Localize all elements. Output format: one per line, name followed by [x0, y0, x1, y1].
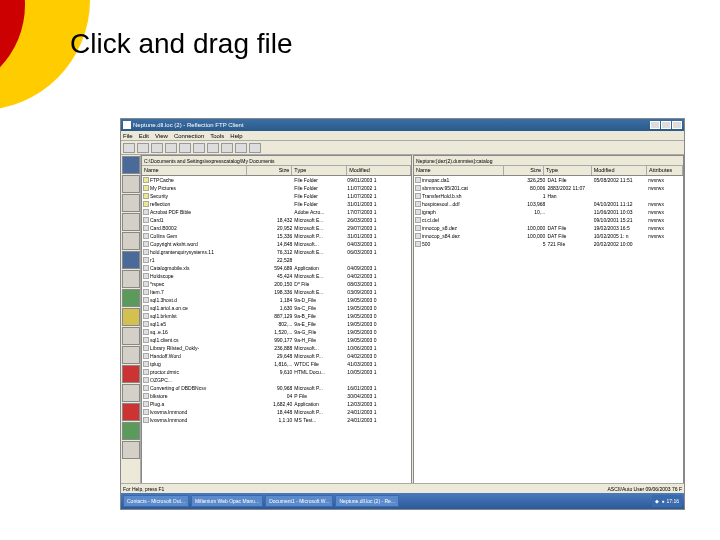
file-row[interactable]: Acrobat PDF BibleAdobe Acro...17/07/2003…: [142, 208, 411, 216]
task-contacts[interactable]: Contacts - Microsoft Out...: [123, 495, 189, 507]
toolbar-transfer-button[interactable]: [179, 143, 191, 153]
file-row[interactable]: 5005721 File20/02/2002 10:00: [414, 240, 683, 248]
file-row[interactable]: reflectionFile Folder31/01/2003 1: [142, 200, 411, 208]
side-icon-15[interactable]: [122, 422, 140, 440]
toolbar-help-button[interactable]: [249, 143, 261, 153]
col-size[interactable]: Size: [504, 166, 544, 175]
file-row[interactable]: *rspec200,150D* File08/03/2003 1: [142, 280, 411, 288]
col-name[interactable]: Name: [142, 166, 247, 175]
file-icon: [143, 369, 149, 375]
tray-icon[interactable]: ◆: [655, 498, 659, 504]
system-tray[interactable]: ◆ ● 17:16: [652, 495, 682, 507]
toolbar-disconnect-button[interactable]: [137, 143, 149, 153]
file-row[interactable]: sql1.e5802,...9a-E_File19/05/2003 0: [142, 320, 411, 328]
file-row[interactable]: Handoff.Word29,648Microsoft P...04/02/20…: [142, 352, 411, 360]
remote-pathbar[interactable]: Neptune:[dez(2).dummies]:catalog: [414, 156, 683, 166]
file-row[interactable]: lvxwma.lnnmond1,1:10MS Test...24/01/2003…: [142, 416, 411, 424]
file-row[interactable]: Item.7198,336Microsoft E...03/09/2003 1: [142, 288, 411, 296]
file-row[interactable]: blkstore04P File30/04/2003 1: [142, 392, 411, 400]
side-icon-9[interactable]: [122, 308, 140, 326]
file-row[interactable]: hospicesoul...ddf103,96804/10/2001 11:12…: [414, 200, 683, 208]
file-row[interactable]: sql1.3host.d1,1849a-D_File19/05/2003 0: [142, 296, 411, 304]
toolbar-connect-button[interactable]: [123, 143, 135, 153]
file-row[interactable]: innopac.da1326,250DA1 File05/08/2002 11:…: [414, 176, 683, 184]
menu-connection[interactable]: Connection: [174, 133, 204, 139]
file-row[interactable]: TransferHold.b.sh1Han: [414, 192, 683, 200]
col-modified[interactable]: Modified: [347, 166, 411, 175]
side-icon-16[interactable]: [122, 441, 140, 459]
menu-view[interactable]: View: [155, 133, 168, 139]
file-row[interactable]: sbmnnow.95/201.cat80,0062883/2002 11:07r…: [414, 184, 683, 192]
file-row[interactable]: Library Rilsted_Ookly-236,888Microsoft..…: [142, 344, 411, 352]
side-icon-4[interactable]: [122, 213, 140, 231]
file-row[interactable]: Card118,432Microsoft E...26/03/2003 1: [142, 216, 411, 224]
file-row[interactable]: igraph10,...11/06/2001 10:03rwxrwx: [414, 208, 683, 216]
side-icon-3[interactable]: [122, 194, 140, 212]
file-row[interactable]: Copyright wksht.word14,848Microsoft...04…: [142, 240, 411, 248]
file-row[interactable]: ct.cl.del09/10/2001 15:21rwxrwx: [414, 216, 683, 224]
toolbar-up-button[interactable]: [151, 143, 163, 153]
menu-help[interactable]: Help: [230, 133, 242, 139]
side-icon-13[interactable]: [122, 384, 140, 402]
toolbar-refresh-button[interactable]: [165, 143, 177, 153]
tray-icon[interactable]: ●: [661, 498, 664, 504]
side-icon-7[interactable]: [122, 270, 140, 288]
toolbar-newfolder-button[interactable]: [193, 143, 205, 153]
titlebar[interactable]: Neptune.dll.loc (2) - Reflection FTP Cli…: [121, 119, 684, 131]
menu-edit[interactable]: Edit: [139, 133, 149, 139]
file-row[interactable]: Converting of DBDBNcsv90,968Microsoft P.…: [142, 384, 411, 392]
col-name[interactable]: Name: [414, 166, 504, 175]
file-row[interactable]: sql1.client.cs990,1779a-H_File19/05/2003…: [142, 336, 411, 344]
minimize-button[interactable]: [650, 121, 660, 129]
file-row[interactable]: tplug1,816,...WTDC File41/03/2003 1: [142, 360, 411, 368]
task-ftp[interactable]: Neptune.dll.loc (2) - Re...: [335, 495, 399, 507]
close-button[interactable]: [672, 121, 682, 129]
file-row[interactable]: Collins Gem15,336Microsoft P...31/01/200…: [142, 232, 411, 240]
file-row[interactable]: sql1.ariol.a.on.ce1,6309a-C_File19/05/20…: [142, 304, 411, 312]
file-row[interactable]: r122,528: [142, 256, 411, 264]
col-size[interactable]: Size: [247, 166, 293, 175]
file-row[interactable]: sq..e.161,520,...9a-G_File19/05/2003 0: [142, 328, 411, 336]
toolbar-delete-button[interactable]: [207, 143, 219, 153]
file-row[interactable]: My PicturesFile Folder11/07/2002 1: [142, 184, 411, 192]
side-icon-8[interactable]: [122, 289, 140, 307]
file-icon: [143, 385, 149, 391]
col-type[interactable]: Type: [544, 166, 592, 175]
side-icon-11[interactable]: [122, 346, 140, 364]
maximize-button[interactable]: [661, 121, 671, 129]
file-row[interactable]: Card.B000220,952Microsoft E...29/07/2003…: [142, 224, 411, 232]
file-row[interactable]: hold.grantenquirysystems.1176,312Microso…: [142, 248, 411, 256]
file-row[interactable]: Catalogmobile.xls594,689Application04/09…: [142, 264, 411, 272]
side-icon-14[interactable]: [122, 403, 140, 421]
file-row[interactable]: innocop_s84.dez100,000DAT File10/02/2005…: [414, 232, 683, 240]
file-row[interactable]: Plug.a1,682,40Application12/03/2003 1: [142, 400, 411, 408]
file-row[interactable]: innocop_s8.dez100,000DAT File19/02/2003 …: [414, 224, 683, 232]
file-row[interactable]: OZGPC...: [142, 376, 411, 384]
col-attributes[interactable]: Attributes: [647, 166, 683, 175]
local-pathbar[interactable]: C:\Documents and Settings\expresscatalog…: [142, 156, 411, 166]
col-type[interactable]: Type: [292, 166, 347, 175]
side-icon-6[interactable]: [122, 251, 140, 269]
task-millenium[interactable]: Millenium Web Opac Manu...: [191, 495, 263, 507]
side-icon-1[interactable]: [122, 156, 140, 174]
file-row[interactable]: proctor.drmic9,610HTML Docu...10/05/2003…: [142, 368, 411, 376]
file-row[interactable]: SecurityFile Folder11/07/2002 1: [142, 192, 411, 200]
clock: 17:16: [666, 498, 679, 504]
file-row[interactable]: lvxwma.lnnmond18,448Microsoft P...24/01/…: [142, 408, 411, 416]
col-modified[interactable]: Modified: [592, 166, 647, 175]
side-icon-10[interactable]: [122, 327, 140, 345]
file-row[interactable]: sql1.brkmlst887,1299a-B_File19/05/2003 0: [142, 312, 411, 320]
side-icon-2[interactable]: [122, 175, 140, 193]
menu-tools[interactable]: Tools: [210, 133, 224, 139]
remote-file-list[interactable]: innopac.da1326,250DA1 File05/08/2002 11:…: [414, 176, 683, 484]
local-file-list[interactable]: FTPCacheFile Folder09/01/2003 1My Pictur…: [142, 176, 411, 484]
side-icon-12[interactable]: [122, 365, 140, 383]
task-word[interactable]: Document1 - Microsoft W...: [265, 495, 333, 507]
side-icon-5[interactable]: [122, 232, 140, 250]
file-row[interactable]: Holdscope45,424Microsoft E...04/02/2003 …: [142, 272, 411, 280]
toolbar-props-button[interactable]: [221, 143, 233, 153]
toolbar-stop-button[interactable]: [235, 143, 247, 153]
file-row[interactable]: FTPCacheFile Folder09/01/2003 1: [142, 176, 411, 184]
file-icon: [143, 409, 149, 415]
menu-file[interactable]: File: [123, 133, 133, 139]
